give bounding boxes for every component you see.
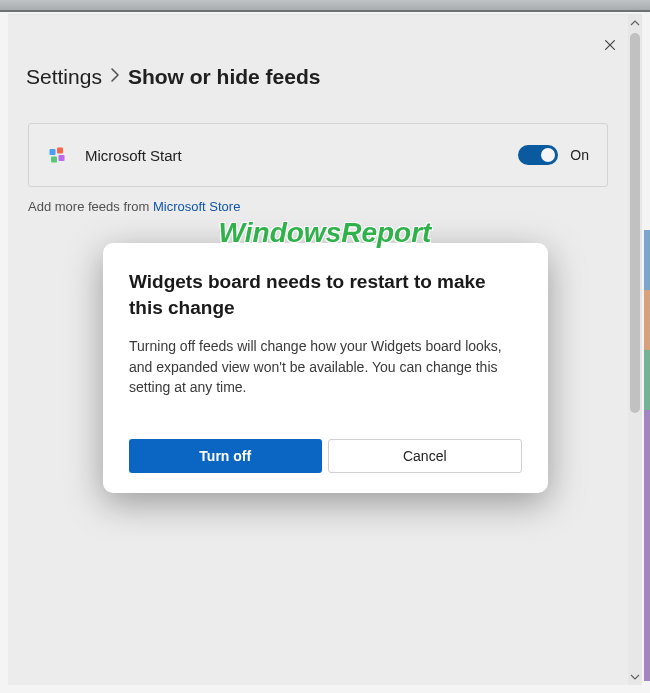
confirm-dialog: Widgets board needs to restart to make t… [103, 243, 548, 493]
cancel-button[interactable]: Cancel [328, 439, 523, 473]
dialog-body: Turning off feeds will change how your W… [129, 336, 522, 397]
turn-off-button[interactable]: Turn off [129, 439, 322, 473]
dialog-title: Widgets board needs to restart to make t… [129, 269, 522, 320]
dialog-actions: Turn off Cancel [129, 439, 522, 473]
settings-panel: Settings Show or hide feeds Microsoft St… [8, 14, 642, 685]
background-side-tiles [644, 230, 650, 681]
window-top-strip [0, 0, 650, 12]
viewport: Settings Show or hide feeds Microsoft St… [0, 0, 650, 693]
